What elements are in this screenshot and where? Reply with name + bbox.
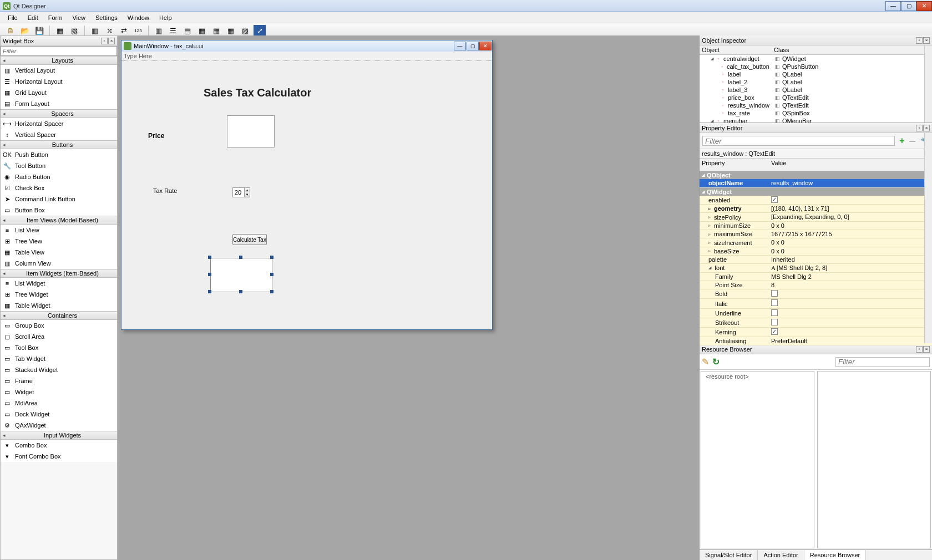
property-value[interactable]: PreferDefault bbox=[769, 337, 932, 345]
widget-item[interactable]: ☑Check Box bbox=[1, 182, 117, 194]
widget-item[interactable]: ⊞Tree Widget bbox=[1, 289, 117, 300]
property-name[interactable]: Strikeout bbox=[700, 318, 769, 328]
property-value[interactable] bbox=[769, 309, 932, 318]
tab-resource-browser[interactable]: Resource Browser bbox=[804, 549, 866, 560]
widget-item[interactable]: ➤Command Link Button bbox=[1, 194, 117, 205]
widget-item[interactable]: ▭MdiArea bbox=[1, 398, 117, 409]
widget-item[interactable]: ▦Table View bbox=[1, 247, 117, 258]
close-panel-icon[interactable]: × bbox=[923, 37, 930, 44]
widget-item[interactable]: ▥Vertical Layout bbox=[1, 65, 117, 76]
widget-item[interactable]: ▥Column View bbox=[1, 258, 117, 269]
menu-view[interactable]: View bbox=[67, 13, 90, 22]
widget-item[interactable]: ▤Form Layout bbox=[1, 98, 117, 109]
property-name[interactable]: palette bbox=[700, 256, 769, 264]
widget-item[interactable]: ▭Group Box bbox=[1, 320, 117, 331]
property-value[interactable]: results_window bbox=[769, 179, 932, 187]
add-property-icon[interactable]: + bbox=[897, 136, 907, 146]
property-value[interactable]: 16777215 x 16777215 bbox=[769, 230, 932, 238]
widget-item[interactable]: ▭Tab Widget bbox=[1, 353, 117, 364]
widget-item[interactable]: ▭Frame bbox=[1, 375, 117, 386]
object-row[interactable]: ◢▫centralwidget bbox=[700, 55, 772, 63]
resize-handle[interactable] bbox=[208, 290, 211, 293]
widget-item[interactable]: ▭Tool Box bbox=[1, 342, 117, 353]
property-name[interactable]: Bold bbox=[700, 289, 769, 299]
property-name[interactable]: Point Size bbox=[700, 281, 769, 289]
object-row[interactable]: ▫label_2 bbox=[700, 78, 772, 86]
property-value[interactable] bbox=[769, 289, 932, 299]
form-window[interactable]: MainWindow - tax_calu.ui — ▢ ✕ Type Here… bbox=[121, 40, 493, 330]
form-close-button[interactable]: ✕ bbox=[479, 42, 492, 50]
price-box[interactable] bbox=[227, 115, 275, 147]
widget-section[interactable]: Containers bbox=[1, 311, 117, 320]
property-name[interactable]: Family bbox=[700, 273, 769, 281]
property-filter-input[interactable] bbox=[702, 136, 895, 146]
dock-icon[interactable]: ▫ bbox=[916, 125, 923, 131]
close-panel-icon[interactable]: × bbox=[108, 38, 115, 44]
close-panel-icon[interactable]: × bbox=[923, 125, 930, 131]
object-row[interactable]: ▫results_window bbox=[700, 101, 772, 109]
maximize-button[interactable]: ▢ bbox=[901, 1, 916, 11]
property-value[interactable]: 0 x 0 bbox=[769, 247, 932, 256]
widget-section[interactable]: Layouts bbox=[1, 56, 117, 65]
object-row[interactable]: ▫price_box bbox=[700, 94, 772, 101]
close-panel-icon[interactable]: × bbox=[923, 346, 930, 353]
checkbox-icon[interactable] bbox=[771, 196, 778, 203]
property-name[interactable]: sizeIncrement bbox=[700, 238, 769, 247]
column-object[interactable]: Object bbox=[700, 45, 772, 55]
property-name[interactable]: sizePolicy bbox=[700, 213, 769, 221]
column-class[interactable]: Class bbox=[772, 45, 932, 55]
tax-rate-value[interactable] bbox=[233, 188, 244, 197]
menu-window[interactable]: Window bbox=[123, 13, 154, 22]
resource-tree[interactable]: <resource root> bbox=[701, 371, 814, 548]
widget-item[interactable]: ◉Radio Button bbox=[1, 171, 117, 182]
edit-resources-icon[interactable]: ✎ bbox=[702, 357, 709, 367]
property-name[interactable]: font bbox=[700, 264, 769, 272]
widget-item[interactable]: ⊞Tree View bbox=[1, 236, 117, 247]
resize-handle[interactable] bbox=[270, 290, 273, 293]
widget-item[interactable]: ▭Stacked Widget bbox=[1, 364, 117, 375]
property-name[interactable]: enabled bbox=[700, 196, 769, 205]
heading-label[interactable]: Sales Tax Calculator bbox=[204, 86, 311, 99]
form-maximize-button[interactable]: ▢ bbox=[467, 42, 479, 50]
resize-handle[interactable] bbox=[270, 273, 273, 276]
widget-item[interactable]: ☰Horizontal Layout bbox=[1, 76, 117, 87]
property-name[interactable]: Kerning bbox=[700, 328, 769, 337]
spin-up-icon[interactable]: ▲ bbox=[244, 188, 250, 192]
checkbox-icon[interactable] bbox=[771, 328, 778, 335]
menu-settings[interactable]: Settings bbox=[90, 13, 123, 22]
property-category[interactable]: ◢ QObject bbox=[700, 171, 932, 179]
dock-icon[interactable]: ▫ bbox=[101, 38, 108, 44]
widget-item[interactable]: OKPush Button bbox=[1, 149, 117, 160]
property-name[interactable]: maximumSize bbox=[700, 230, 769, 238]
tax-rate-label[interactable]: Tax Rate bbox=[153, 187, 177, 194]
property-name[interactable]: baseSize bbox=[700, 247, 769, 256]
property-value[interactable]: [Expanding, Expanding, 0, 0] bbox=[769, 213, 932, 221]
widget-item[interactable]: ▭Button Box bbox=[1, 205, 117, 216]
widget-filter-input[interactable] bbox=[1, 46, 117, 56]
widget-section[interactable]: Input Widgets bbox=[1, 431, 117, 440]
tab-signal-slot[interactable]: Signal/Slot Editor bbox=[700, 550, 758, 560]
widget-item[interactable]: ▾Combo Box bbox=[1, 440, 117, 451]
widget-item[interactable]: ▭Dock Widget bbox=[1, 409, 117, 420]
dock-icon[interactable]: ▫ bbox=[916, 346, 923, 353]
menu-form[interactable]: Form bbox=[43, 13, 68, 22]
menu-file[interactable]: File bbox=[3, 13, 23, 22]
widget-item[interactable]: 🔧Tool Button bbox=[1, 160, 117, 171]
calculate-tax-button[interactable]: Calculate Tax bbox=[232, 234, 267, 245]
property-value[interactable]: Inherited bbox=[769, 256, 932, 264]
form-minimize-button[interactable]: — bbox=[454, 42, 466, 50]
widget-item[interactable]: ⚙QAxWidget bbox=[1, 420, 117, 431]
widget-item[interactable]: ▦Table Widget bbox=[1, 300, 117, 311]
widget-section[interactable]: Item Widgets (Item-Based) bbox=[1, 269, 117, 278]
property-value[interactable]: [(180, 410), 131 x 71] bbox=[769, 205, 932, 213]
property-name[interactable]: Italic bbox=[700, 299, 769, 308]
checkbox-icon[interactable] bbox=[771, 290, 778, 297]
column-value[interactable]: Value bbox=[769, 159, 932, 171]
scrollbar[interactable] bbox=[924, 133, 932, 343]
object-row[interactable]: ◢▫menubar bbox=[700, 117, 772, 123]
form-menubar[interactable]: Type Here bbox=[121, 52, 492, 61]
dock-icon[interactable]: ▫ bbox=[916, 37, 923, 44]
resize-handle[interactable] bbox=[239, 290, 242, 293]
property-name[interactable]: Underline bbox=[700, 309, 769, 318]
widget-item[interactable]: ⟷Horizontal Spacer bbox=[1, 118, 117, 129]
